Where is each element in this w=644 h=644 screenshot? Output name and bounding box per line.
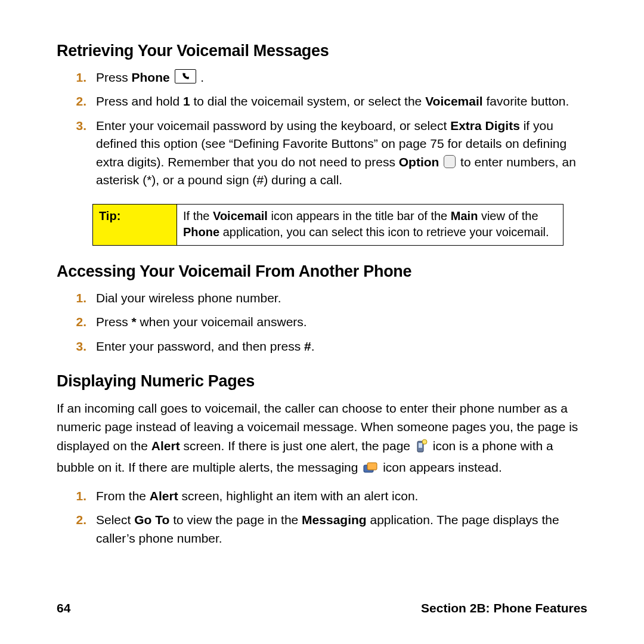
svg-rect-1 xyxy=(419,443,422,448)
text: application, you can select this icon to… xyxy=(219,225,549,239)
steps-displaying: 1. From the Alert screen, highlight an i… xyxy=(57,487,587,547)
text: If the xyxy=(183,209,213,222)
list-item: 2. Select Go To to view the page in the … xyxy=(92,511,587,547)
step-number: 2. xyxy=(69,313,86,331)
text: screen, highlight an item with an alert … xyxy=(178,489,419,503)
text: Select xyxy=(96,513,134,527)
step-number: 2. xyxy=(69,92,86,110)
text: to view the page in the xyxy=(169,513,302,527)
heading-accessing: Accessing Your Voicemail From Another Ph… xyxy=(57,262,587,281)
text: Enter your password, and then press xyxy=(96,339,304,353)
bold: Extra Digits xyxy=(450,119,520,132)
bold: Voicemail xyxy=(213,209,268,222)
bold: # xyxy=(304,339,311,353)
text: icon appears instead. xyxy=(383,460,502,474)
list-item: 1. Dial your wireless phone number. xyxy=(92,289,587,307)
bold: * xyxy=(132,315,137,329)
bold: 1 xyxy=(183,94,190,108)
svg-point-2 xyxy=(422,439,427,444)
page-footer: 64 Section 2B: Phone Features xyxy=(57,601,587,615)
tip-text: If the Voicemail icon appears in the tit… xyxy=(177,204,564,245)
list-item: 3. Enter your password, and then press #… xyxy=(92,338,587,355)
step-number: 2. xyxy=(69,511,86,529)
manual-page: Retrieving Your Voicemail Messages 1. Pr… xyxy=(0,0,644,644)
phone-key-icon xyxy=(175,69,196,83)
list-item: 1. Press Phone . xyxy=(92,69,587,86)
bold: Messaging xyxy=(302,513,367,527)
text: screen. If there is just one alert, the … xyxy=(180,439,414,453)
steps-accessing: 1. Dial your wireless phone number. 2. P… xyxy=(57,289,587,355)
messaging-multi-icon xyxy=(363,461,378,480)
list-item: 1. From the Alert screen, highlight an i… xyxy=(92,487,587,505)
step-number: 1. xyxy=(69,487,86,505)
svg-rect-4 xyxy=(367,463,377,470)
list-item: 2. Press and hold 1 to dial the voicemai… xyxy=(92,92,587,110)
text: favorite button. xyxy=(483,94,569,108)
text: . xyxy=(197,70,205,84)
bold: Option xyxy=(399,155,439,169)
section-title: Section 2B: Phone Features xyxy=(421,601,587,615)
option-key-icon xyxy=(444,155,456,168)
heading-displaying: Displaying Numeric Pages xyxy=(57,372,587,391)
text: Press xyxy=(96,315,132,329)
step-number: 1. xyxy=(69,289,86,307)
step-number: 3. xyxy=(69,117,86,135)
text: when your voicemail answers. xyxy=(137,315,307,329)
tip-label: Tip: xyxy=(93,204,177,245)
text: Press and hold xyxy=(96,94,183,108)
tip-box: Tip: If the Voicemail icon appears in th… xyxy=(92,204,564,246)
text: Press xyxy=(96,70,132,84)
text: icon appears in the title bar of the xyxy=(268,209,451,222)
bold: Voicemail xyxy=(425,94,483,108)
step-number: 3. xyxy=(69,338,86,355)
text: . xyxy=(311,339,315,353)
bold: Alert xyxy=(151,439,180,453)
heading-retrieving: Retrieving Your Voicemail Messages xyxy=(57,42,587,60)
page-number: 64 xyxy=(57,601,70,615)
bold: Phone xyxy=(183,225,219,239)
steps-retrieving: 1. Press Phone . 2. Press and hold 1 to … xyxy=(57,69,587,190)
text: From the xyxy=(96,489,150,503)
text: view of the xyxy=(478,209,538,222)
bold: Main xyxy=(451,209,478,222)
bold: Go To xyxy=(134,513,169,527)
list-item: 3. Enter your voicemail password by usin… xyxy=(92,117,587,190)
text: Enter your voicemail password by using t… xyxy=(96,119,450,132)
bold: Alert xyxy=(150,489,178,503)
bold: Phone xyxy=(132,70,170,84)
step-number: 1. xyxy=(69,69,86,86)
list-item: 2. Press * when your voicemail answers. xyxy=(92,313,587,331)
text: Dial your wireless phone number. xyxy=(96,291,281,305)
text: to dial the voicemail system, or select … xyxy=(190,94,426,108)
page-phone-icon xyxy=(415,439,428,459)
body-paragraph: If an incoming call goes to voicemail, t… xyxy=(57,399,587,480)
